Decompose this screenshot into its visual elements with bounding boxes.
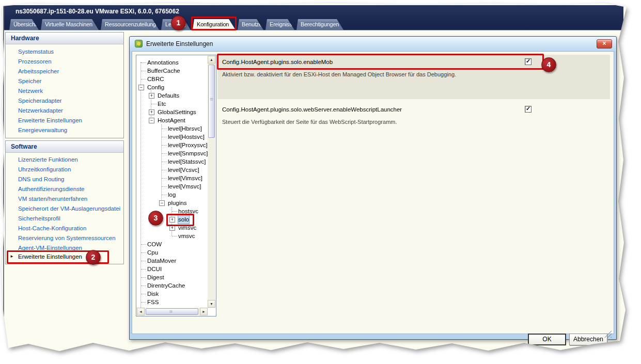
tab-label: Ereignisse xyxy=(265,19,294,30)
tree-item-label: level[Hbrsvc] xyxy=(168,124,202,133)
tree-item-label: Etc xyxy=(158,100,166,108)
close-icon[interactable]: × xyxy=(597,39,612,49)
tree-item-label: level[Statssvc] xyxy=(168,157,206,166)
scroll-down-icon[interactable]: ▼ xyxy=(208,300,215,308)
setting-name: Config.HostAgent.plugins.solo.enableMob xyxy=(222,59,333,65)
sidebar-link-speicherort-der-vm-auslagerungsdatei[interactable]: Speicherort der VM-Auslagerungsdatei xyxy=(18,205,120,213)
tree-item-fss[interactable]: FSS xyxy=(137,298,208,306)
tree-item-label: level[Proxysvc] xyxy=(168,141,208,149)
sidebar-link-sicherheitsprofil[interactable]: Sicherheitsprofil xyxy=(18,215,60,223)
tree-item-etc[interactable]: Etc xyxy=(137,100,208,108)
tree-connector xyxy=(162,153,167,154)
tree-item-log[interactable]: log xyxy=(137,191,208,199)
tree-item-label: level[Snmpsvc] xyxy=(168,149,208,157)
tree-item-level-vmsvc[interactable]: level[Vmsvc] xyxy=(137,182,208,191)
tree-connector xyxy=(141,269,146,270)
tree-item-globalsettings[interactable]: +GlobalSettings xyxy=(137,108,208,116)
tab-ereignisse[interactable]: Ereignisse xyxy=(265,19,294,30)
sidebar-selected-label: Erweiterte Einstellungen xyxy=(18,254,82,260)
hardware-panel: Hardware SystemstatusProzessorenArbeitss… xyxy=(5,32,124,138)
tab-bersicht[interactable]: Übersicht xyxy=(9,19,39,30)
tree-item-datamover[interactable]: DataMover xyxy=(137,257,208,265)
sidebar-link-systemstatus[interactable]: Systemstatus xyxy=(18,49,54,56)
tree-item-cbrc[interactable]: CBRC xyxy=(137,75,208,83)
sidebar-link-vm-starten-herunterfahren[interactable]: VM starten/herunterfahren xyxy=(18,196,87,203)
tab-berechtigungen[interactable]: Berechtigungen xyxy=(296,19,343,30)
horizontal-scrollbar-thumb[interactable] xyxy=(146,308,198,315)
tree-item-level-vcsvc[interactable]: level[Vcsvc] xyxy=(137,166,208,174)
tree-collapse-icon[interactable]: − xyxy=(149,118,154,123)
tree-item-level-vimsvc[interactable]: level[Vimsvc] xyxy=(137,174,208,182)
tree-expand-icon[interactable]: + xyxy=(149,109,154,115)
sidebar-link-speicher[interactable]: Speicher xyxy=(18,78,41,86)
settings-tree: AnnotationsBufferCacheCBRC−Config+Defaul… xyxy=(136,55,216,316)
sidebar-link-reservierung-von-systemressourcen[interactable]: Reservierung von Systemressourcen xyxy=(18,235,116,243)
tree-rows: AnnotationsBufferCacheCBRC−Config+Defaul… xyxy=(137,56,208,308)
sidebar-link-netzwerk[interactable]: Netzwerk xyxy=(18,88,43,96)
software-panel: Software Lizenzierte FunktionenUhrzeitko… xyxy=(5,140,124,264)
sidebar-link-arbeitsspeicher[interactable]: Arbeitsspeicher xyxy=(18,68,59,76)
scroll-right-icon[interactable]: ► xyxy=(200,308,208,315)
sidebar-link-erweiterte-einstellungen[interactable]: Erweiterte Einstellungen xyxy=(18,117,82,125)
tree-item-label: Digest xyxy=(147,273,164,281)
tree-item-level-proxysvc[interactable]: level[Proxysvc] xyxy=(137,141,208,149)
tree-item-disk[interactable]: Disk xyxy=(137,290,208,298)
tree-item-cpu[interactable]: Cpu xyxy=(137,248,208,257)
tree-item-level-statssvc[interactable]: level[Statssvc] xyxy=(137,157,208,166)
tree-connector xyxy=(141,252,146,253)
sidebar-link-netzwerkadapter[interactable]: Netzwerkadapter xyxy=(18,107,63,115)
tree-item-label: CBRC xyxy=(147,75,164,83)
sidebar-item-erweiterte-einstellungen[interactable]: ► Erweiterte Einstellungen xyxy=(8,252,120,263)
tree-item-plugins[interactable]: −plugins xyxy=(137,199,208,207)
setting-checkbox[interactable] xyxy=(525,106,531,113)
tree-item-level-hbrsvc[interactable]: level[Hbrsvc] xyxy=(137,124,208,133)
tree-item-config[interactable]: −Config xyxy=(137,83,208,91)
sidebar-link-host-cache-konfiguration[interactable]: Host-Cache-Konfiguration xyxy=(18,225,86,233)
tree-item-solo[interactable]: +solo xyxy=(137,215,208,224)
tree-item-cow[interactable]: COW xyxy=(137,240,208,248)
cancel-button[interactable]: Abbrechen xyxy=(569,334,607,345)
ok-button[interactable]: OK xyxy=(528,334,566,345)
dialog-titlebar[interactable]: Erweiterte Einstellungen × xyxy=(130,37,616,51)
tree-item-annotations[interactable]: Annotations xyxy=(137,58,208,67)
advanced-settings-dialog: Erweiterte Einstellungen × AnnotationsBu… xyxy=(129,36,617,340)
tree-item-dcui[interactable]: DCUI xyxy=(137,265,208,273)
tab-virtuelle-maschinen[interactable]: Virtuelle Maschinen xyxy=(41,19,99,30)
sidebar-link-lizenzierte-funktionen[interactable]: Lizenzierte Funktionen xyxy=(18,156,78,164)
sidebar-link-uhrzeitkonfiguration[interactable]: Uhrzeitkonfiguration xyxy=(18,166,71,174)
sidebar-link-agent-vm-einstellungen[interactable]: Agent-VM-Einstellungen xyxy=(18,245,82,252)
tree-item-label: Cpu xyxy=(147,248,158,257)
sidebar-link-authentifizierungsdienste[interactable]: Authentifizierungsdienste xyxy=(18,186,85,194)
setting-checkbox[interactable] xyxy=(525,58,531,65)
tree-vertical-scrollbar[interactable]: ▲ ▼ xyxy=(208,56,215,308)
tree-expand-icon[interactable]: + xyxy=(149,93,154,99)
tree-expand-icon[interactable]: + xyxy=(169,225,175,231)
tree-expand-icon[interactable]: + xyxy=(169,217,175,223)
tree-item-digest[interactable]: Digest xyxy=(137,273,208,281)
tree-item-label: HostAgent xyxy=(158,116,185,124)
tree-collapse-icon[interactable]: − xyxy=(138,85,144,90)
tree-item-level-hostsvc[interactable]: level[Hostsvc] xyxy=(137,133,208,141)
scroll-left-icon[interactable]: ◄ xyxy=(137,308,145,315)
torn-screenshot-shadow: ns3050687.ip-151-80-28.eu VMware ESXi, 6… xyxy=(0,0,641,364)
tab-ressourcenzuteilung[interactable]: Ressourcenzuteilung xyxy=(101,19,159,30)
sidebar-link-speicheradapter[interactable]: Speicheradapter xyxy=(18,98,61,105)
tree-collapse-icon[interactable]: − xyxy=(159,200,165,206)
tree-item-hostagent[interactable]: −HostAgent xyxy=(137,116,208,124)
scroll-up-icon[interactable]: ▲ xyxy=(208,56,215,64)
tab-konfiguration[interactable]: Konfiguration xyxy=(193,19,236,30)
tree-item-vimsvc[interactable]: +vimsvc xyxy=(137,224,208,232)
advanced-settings-icon xyxy=(135,40,143,48)
vertical-scrollbar-thumb[interactable] xyxy=(208,65,215,138)
tree-item-level-snmpsvc[interactable]: level[Snmpsvc] xyxy=(137,149,208,157)
tree-item-vmsvc[interactable]: vmsvc xyxy=(137,232,208,240)
tree-horizontal-scrollbar[interactable]: ◄ ► xyxy=(137,308,208,315)
tab-benutzer[interactable]: Benutzer xyxy=(238,19,263,30)
tree-item-hostsvc[interactable]: hostsvc xyxy=(137,207,208,215)
sidebar-link-dns-und-routing[interactable]: DNS und Routing xyxy=(18,176,65,184)
sidebar-link-energieverwaltung[interactable]: Energieverwaltung xyxy=(18,127,67,135)
tree-item-direntrycache[interactable]: DirentryCache xyxy=(137,281,208,290)
tree-item-defaults[interactable]: +Defaults xyxy=(137,91,208,100)
tree-item-buffercache[interactable]: BufferCache xyxy=(137,67,208,75)
sidebar-link-prozessoren[interactable]: Prozessoren xyxy=(18,58,52,66)
